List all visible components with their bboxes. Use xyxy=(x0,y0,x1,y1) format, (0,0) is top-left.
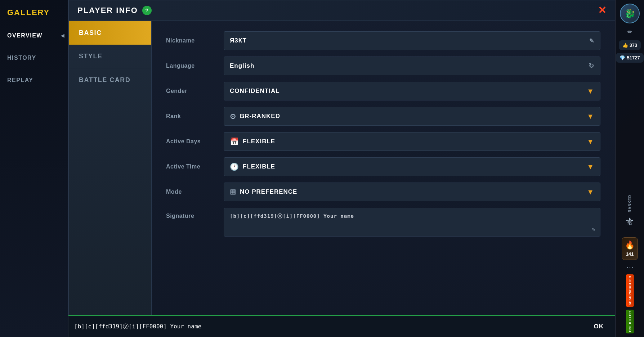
active-time-icon: 🕐 xyxy=(230,162,239,171)
mode-row: Mode ⊞ NO PREFERENCE ▼ xyxy=(166,183,600,201)
active-days-field[interactable]: 📅 FLEXIBLE ▼ xyxy=(224,132,600,151)
active-time-row: Active Time 🕐 FLEXIBLE ▼ xyxy=(166,157,600,176)
chevron-left-icon: ◀ xyxy=(61,33,65,38)
mode-chevron-icon[interactable]: ▼ xyxy=(587,188,594,196)
diamonds-count: 💎 51727 xyxy=(616,53,643,63)
nickname-field[interactable]: Я3КТ ✎ xyxy=(224,31,600,50)
help-button[interactable]: ? xyxy=(142,6,152,15)
nav-item-basic[interactable]: BASIC xyxy=(69,21,151,45)
ranked-label: RANKED xyxy=(628,195,632,212)
fire-badge: 🔥 141 xyxy=(622,237,638,260)
modal-nav: BASIC STYLE BATTLE CARD xyxy=(69,21,152,315)
modal-title: PLAYER INFO xyxy=(77,6,138,15)
rank-field[interactable]: ⊙ BR-RANKED ▼ xyxy=(224,107,600,126)
thumb-icon: 👍 xyxy=(622,42,628,48)
language-field[interactable]: English ↻ xyxy=(224,57,600,75)
mode-label: Mode xyxy=(166,189,224,195)
nickname-label: Nickname xyxy=(166,37,224,44)
rank-chevron-icon[interactable]: ▼ xyxy=(587,112,594,121)
right-panel: 🐉 ✏ 👍 373 💎 51727 RANKED ⚜ 🔥 141 ⋯ SHARP… xyxy=(615,0,644,337)
killer-tag: ENT KILLER xyxy=(626,310,634,333)
language-label: Language xyxy=(166,63,224,69)
form-content: Nickname Я3КТ ✎ Language English ↻ Gende… xyxy=(152,21,615,315)
sidebar-item-replay[interactable]: REPLAY xyxy=(0,69,68,91)
gender-row: Gender CONFIDENTIAL ▼ xyxy=(166,82,600,100)
nav-item-battle-card[interactable]: BATTLE CARD xyxy=(69,68,151,92)
edit-profile-button[interactable]: ✏ xyxy=(625,26,634,37)
rank-row: Rank ⊙ BR-RANKED ▼ xyxy=(166,107,600,126)
player-info-modal: PLAYER INFO ? ✕ BASIC STYLE BATTLE CARD … xyxy=(68,0,615,315)
modal-body: BASIC STYLE BATTLE CARD Nickname Я3КТ ✎ … xyxy=(69,21,615,315)
signature-text-input[interactable] xyxy=(74,323,588,330)
sharpshooter-tag: SHARPSHOOTER xyxy=(626,274,634,307)
avatar: 🐉 xyxy=(620,4,640,23)
left-sidebar: GALLERY OVERVIEW ◀ HISTORY REPLAY xyxy=(0,0,68,337)
nickname-row: Nickname Я3КТ ✎ xyxy=(166,31,600,50)
edit-signature-icon[interactable]: ✎ xyxy=(592,226,596,233)
gem-icon: 💎 xyxy=(620,55,625,60)
more-button[interactable]: ⋯ xyxy=(626,263,634,271)
mode-field[interactable]: ⊞ NO PREFERENCE ▼ xyxy=(224,183,600,201)
signature-label: Signature xyxy=(166,208,224,219)
likes-count: 👍 373 xyxy=(619,40,641,50)
active-time-label: Active Time xyxy=(166,163,224,170)
mode-value-group: ⊞ NO PREFERENCE xyxy=(230,188,297,196)
fire-icon: 🔥 xyxy=(625,241,635,250)
sidebar-item-history[interactable]: HISTORY xyxy=(0,47,68,69)
active-days-row: Active Days 📅 FLEXIBLE ▼ xyxy=(166,132,600,151)
rank-value-group: ⊙ BR-RANKED xyxy=(230,112,280,121)
active-time-field[interactable]: 🕐 FLEXIBLE ▼ xyxy=(224,157,600,176)
rank-icon: ⚜ xyxy=(625,215,635,228)
sidebar-item-overview[interactable]: OVERVIEW ◀ xyxy=(0,24,68,47)
modal-header: PLAYER INFO ? ✕ xyxy=(69,0,615,21)
rank-game-icon: ⊙ xyxy=(230,112,236,121)
bottom-input-bar: OK xyxy=(68,315,615,337)
active-time-chevron-icon[interactable]: ▼ xyxy=(587,163,594,171)
active-days-value-group: 📅 FLEXIBLE xyxy=(230,137,275,146)
active-days-label: Active Days xyxy=(166,138,224,145)
language-row: Language English ↻ xyxy=(166,57,600,75)
rank-label: Rank xyxy=(166,113,224,120)
gender-chevron-icon[interactable]: ▼ xyxy=(587,87,594,95)
modal-title-group: PLAYER INFO ? xyxy=(77,6,152,15)
active-days-icon: 📅 xyxy=(230,137,239,146)
mode-icon: ⊞ xyxy=(230,188,236,196)
nav-item-style[interactable]: STYLE xyxy=(69,45,151,68)
signature-field[interactable]: [b][c][ffd319]ⓥ[i][FF0000] Your name ✎ xyxy=(224,208,600,237)
signature-row: Signature [b][c][ffd319]ⓥ[i][FF0000] You… xyxy=(166,208,600,237)
active-days-chevron-icon[interactable]: ▼ xyxy=(587,138,594,146)
sidebar-logo: GALLERY xyxy=(0,4,68,24)
close-button[interactable]: ✕ xyxy=(598,5,606,15)
gender-label: Gender xyxy=(166,88,224,94)
refresh-language-icon[interactable]: ↻ xyxy=(589,62,594,70)
ok-button[interactable]: OK xyxy=(588,320,610,333)
active-time-value-group: 🕐 FLEXIBLE xyxy=(230,162,275,171)
gender-field[interactable]: CONFIDENTIAL ▼ xyxy=(224,82,600,100)
edit-nickname-icon[interactable]: ✎ xyxy=(589,37,594,44)
